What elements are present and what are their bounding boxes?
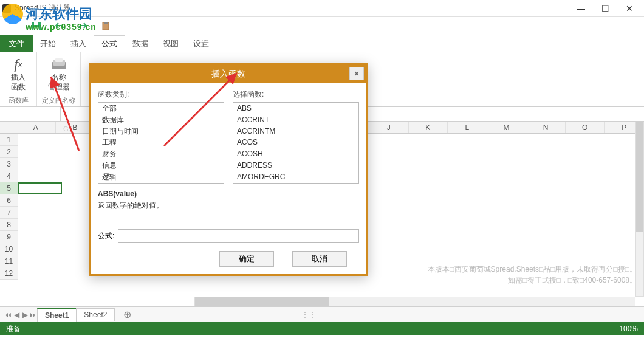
category-label: 函数类别: xyxy=(98,89,224,100)
tab-file[interactable]: 文件 xyxy=(0,35,33,52)
insert-function-label-2: 函数 xyxy=(11,83,26,92)
status-bar: 准备 100% xyxy=(0,322,644,335)
col-header[interactable]: J xyxy=(369,122,409,133)
row-header[interactable]: 7 xyxy=(0,207,18,219)
name-manager-label-2: 管理器 xyxy=(48,83,70,92)
horizontal-scrollbar[interactable] xyxy=(194,297,635,306)
tab-view[interactable]: 视图 xyxy=(156,35,186,52)
list-item[interactable]: 信息 xyxy=(98,160,224,171)
function-listbox[interactable]: ABS ACCRINT ACCRINTM ACOS ACOSH ADDRESS … xyxy=(233,102,359,184)
close-window-button[interactable]: ✕ xyxy=(617,0,642,17)
trial-line-2: 如需□得正式授□，□致□400-657-6008。 xyxy=(428,275,637,286)
list-item[interactable]: 日期与时间 xyxy=(98,126,224,137)
formula-input[interactable] xyxy=(118,229,359,243)
app-icon xyxy=(2,4,11,13)
vertical-scrollbar[interactable] xyxy=(635,122,644,297)
list-item[interactable]: ACCRINT xyxy=(233,114,358,126)
list-item[interactable]: 数据库 xyxy=(98,114,224,126)
sheet-tab-2[interactable]: Sheet2 xyxy=(76,308,115,321)
list-item[interactable]: 工程 xyxy=(98,137,224,148)
row-header[interactable]: 4 xyxy=(0,170,18,182)
ribbon-group-function-library: fx 插入 函数 函数库 xyxy=(0,52,37,106)
col-header[interactable]: A xyxy=(16,122,56,133)
svg-rect-4 xyxy=(104,22,108,24)
active-cell[interactable] xyxy=(18,182,62,194)
add-sheet-icon[interactable]: ⊕ xyxy=(120,309,134,320)
list-item[interactable]: ACCRINTM xyxy=(233,126,358,137)
sheet-nav-first-icon[interactable]: ⏮ xyxy=(4,311,12,319)
list-item[interactable]: AMORDEGRC xyxy=(233,171,358,183)
sheet-nav-last-icon[interactable]: ⏭ xyxy=(29,311,38,319)
ok-button[interactable]: 确定 xyxy=(219,251,274,267)
list-item[interactable]: ACOS xyxy=(233,137,358,148)
fx-icon: fx xyxy=(9,56,28,73)
trial-watermark: 本版本□西安葡萄城Spread.Sheets□品□用版，未取得再分□授□。 如需… xyxy=(428,264,637,286)
col-header[interactable]: O xyxy=(566,122,605,133)
list-item[interactable]: ACOSH xyxy=(233,148,358,160)
svg-rect-1 xyxy=(33,27,39,30)
col-header[interactable]: L xyxy=(448,122,487,133)
sheet-tab-1[interactable]: Sheet1 xyxy=(37,308,77,322)
list-item[interactable]: AMORLINC xyxy=(233,183,358,184)
cancel-button[interactable]: 取消 xyxy=(292,251,347,267)
list-item[interactable]: 查找与引用 xyxy=(98,183,224,184)
window-title: SpreadJS 设计器 xyxy=(15,3,70,13)
status-text: 准备 xyxy=(6,324,21,334)
zoom-level[interactable]: 100% xyxy=(619,325,638,333)
h-scroll-thumb[interactable] xyxy=(195,297,329,306)
col-header[interactable]: M xyxy=(487,122,527,133)
row-headers: 1 2 3 4 5 6 7 8 9 10 11 12 xyxy=(0,134,18,280)
list-item[interactable]: 财务 xyxy=(98,148,224,160)
undo-icon[interactable] xyxy=(53,20,66,32)
row-header[interactable]: 3 xyxy=(0,158,18,170)
sheet-nav-next-icon[interactable]: ▶ xyxy=(21,311,29,319)
row-header-selected[interactable]: 5 xyxy=(0,182,18,194)
row-header[interactable]: 11 xyxy=(0,255,18,267)
ribbon-group-names: 名称 管理器 定义的名称 xyxy=(37,52,81,106)
book-icon xyxy=(49,56,69,73)
insert-function-label-1: 插入 xyxy=(11,73,26,83)
col-header[interactable]: N xyxy=(526,122,566,133)
row-header[interactable]: 2 xyxy=(0,146,18,158)
row-header[interactable]: 1 xyxy=(0,134,18,146)
svg-rect-2 xyxy=(34,22,38,25)
name-box[interactable] xyxy=(0,107,61,121)
col-header[interactable]: K xyxy=(409,122,448,133)
row-header[interactable]: 8 xyxy=(0,219,18,231)
group-label-names: 定义的名称 xyxy=(42,96,75,105)
titlebar: SpreadJS 设计器 — ☐ ✕ xyxy=(0,0,644,17)
list-item[interactable]: 逻辑 xyxy=(98,171,224,183)
svg-rect-7 xyxy=(55,58,63,62)
minimize-button[interactable]: — xyxy=(569,0,593,17)
tab-formula[interactable]: 公式 xyxy=(94,35,125,52)
dialog-titlebar[interactable]: 插入函数 × xyxy=(91,65,366,83)
maximize-button[interactable]: ☐ xyxy=(593,0,617,17)
row-header[interactable]: 6 xyxy=(0,194,18,207)
list-item[interactable]: ADDRESS xyxy=(233,160,358,171)
row-header[interactable]: 10 xyxy=(0,243,18,255)
tab-data[interactable]: 数据 xyxy=(125,35,156,52)
sheet-nav-prev-icon[interactable]: ◀ xyxy=(12,311,21,319)
group-label-functions: 函数库 xyxy=(9,96,29,105)
dialog-title: 插入函数 xyxy=(211,69,245,80)
ribbon-tabs: 文件 开始 插入 公式 数据 视图 设置 xyxy=(0,35,644,52)
dialog-close-button[interactable]: × xyxy=(349,67,364,80)
quick-access-toolbar xyxy=(0,17,644,35)
list-item[interactable]: ABS xyxy=(233,103,358,114)
name-manager-label-1: 名称 xyxy=(52,73,66,83)
v-scroll-thumb[interactable] xyxy=(636,122,643,232)
insert-function-button[interactable]: fx 插入 函数 xyxy=(5,55,32,93)
save-icon[interactable] xyxy=(30,20,43,32)
redo-icon[interactable] xyxy=(77,20,89,32)
list-item[interactable]: 全部 xyxy=(98,103,224,114)
paste-icon[interactable] xyxy=(100,20,112,32)
tab-splitter[interactable]: ⋮⋮ xyxy=(301,311,316,319)
row-header[interactable]: 9 xyxy=(0,231,18,243)
tab-insert[interactable]: 插入 xyxy=(63,35,94,52)
name-manager-button[interactable]: 名称 管理器 xyxy=(44,55,74,93)
function-signature: ABS(value) xyxy=(98,190,359,198)
tab-settings[interactable]: 设置 xyxy=(186,35,216,52)
tab-start[interactable]: 开始 xyxy=(33,35,63,52)
row-header[interactable]: 12 xyxy=(0,267,18,280)
category-listbox[interactable]: 全部 数据库 日期与时间 工程 财务 信息 逻辑 查找与引用 数学与三角函数 xyxy=(98,102,224,184)
